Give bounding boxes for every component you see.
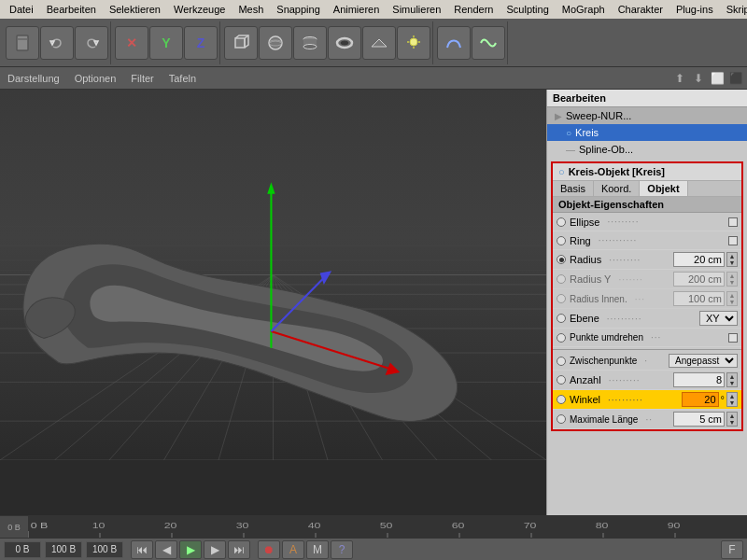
menu-simulieren[interactable]: Simulieren [387,3,446,16]
timeline-ruler[interactable]: 0 B 10 20 30 40 50 60 70 80 90 [28,516,747,538]
ring-radio[interactable] [557,236,566,245]
menu-sculpting[interactable]: Sculpting [501,3,555,16]
ebene-select[interactable]: XY XZ YZ [699,311,738,326]
toolbar-undo-btn[interactable] [40,26,74,60]
winkel-spinner[interactable]: ▲ ▼ [726,392,738,407]
tab-basis[interactable]: Basis [553,181,594,196]
toolbar-plane-btn[interactable] [362,26,396,60]
radius-innen-spinner-down[interactable]: ▼ [727,299,737,305]
radius-input[interactable] [673,252,725,267]
tree-item-spline[interactable]: — Spline-Ob... [547,141,747,158]
tab-koord[interactable]: Koord. [594,181,640,196]
menu-selektieren[interactable]: Selektieren [104,3,166,16]
radius-radio[interactable] [557,255,566,264]
toolbar-nurbs-btn[interactable] [472,26,505,60]
ellipse-checkbox[interactable] [728,217,738,227]
play-btn[interactable]: ▶ [179,540,202,559]
menu-skript[interactable]: Skript [721,3,747,16]
toolbar-new-btn[interactable] [6,26,39,60]
max-laenge-input[interactable] [673,412,725,427]
toolbar-redo-btn[interactable] [75,26,108,60]
radius-innen-radio[interactable] [557,294,566,303]
menu-werkzeuge[interactable]: Werkzeuge [168,3,231,16]
ellipse-radio[interactable] [557,217,566,227]
winkel-input[interactable] [682,392,719,407]
toolbar-sphere-btn[interactable] [259,26,292,60]
anzahl-spinner-down[interactable]: ▼ [727,380,737,386]
winkel-spinner-down[interactable]: ▼ [727,399,737,406]
anzahl-radio[interactable] [557,375,566,385]
menu-animieren[interactable]: Animieren [328,3,386,16]
max-laenge-radio[interactable] [557,414,566,424]
menu-rendern[interactable]: Rendern [448,3,499,16]
motion-btn[interactable]: M [306,540,329,559]
radius-y-spinner-down[interactable]: ▼ [727,279,737,286]
radius-y-spinner[interactable]: ▲ ▼ [726,272,738,287]
viewport[interactable] [0,90,546,515]
toolbar2-icon-1[interactable]: ⬆ [672,71,687,86]
tab-objekt[interactable]: Objekt [640,181,687,196]
punkte-radio[interactable] [557,333,566,343]
jump-end-btn[interactable]: ⏭ [228,540,250,559]
prev-frame-btn[interactable]: ◀ [155,540,177,559]
record-btn[interactable]: ⏺ [258,540,280,559]
radius-spinner-up[interactable]: ▲ [727,253,737,259]
props-row-punkte: Punkte umdrehen ··· [553,329,741,347]
toolbar-spline-btn[interactable] [437,26,471,60]
menu-charakter[interactable]: Charakter [613,3,669,16]
tree-item-sweep[interactable]: ▶ Sweep-NUR... [547,107,747,124]
menu-mograph[interactable]: MoGraph [557,3,611,16]
toolbar-light-btn[interactable] [397,26,430,60]
max-laenge-spinner-up[interactable]: ▲ [727,413,737,419]
frame-current-input[interactable] [45,541,82,558]
radius-innen-spinner-up[interactable]: ▲ [727,292,737,299]
menu-mesh[interactable]: Mesh [233,3,269,16]
anzahl-input[interactable] [673,372,725,387]
radius-y-input[interactable] [673,272,725,287]
toolbar2-tafeln[interactable]: Tafeln [165,72,200,85]
timeline[interactable]: 0 B 0 B 10 20 30 40 50 60 70 80 90 [0,515,747,538]
menu-bearbeiten[interactable]: Bearbeiten [41,3,102,16]
radius-y-radio[interactable] [557,274,566,284]
ebene-radio[interactable] [557,314,566,323]
punkte-checkbox[interactable] [728,333,738,343]
toolbar2-icon-4[interactable]: ⬛ [728,71,743,86]
max-laenge-spinner[interactable]: ▲ ▼ [726,412,738,427]
anzahl-spinner-up[interactable]: ▲ [727,373,737,380]
toolbar-torus-btn[interactable] [328,26,361,60]
radius-spinner-down[interactable]: ▼ [727,259,737,266]
toolbar2-filter[interactable]: Filter [127,72,157,85]
extra-btn-f[interactable]: F [721,540,743,559]
winkel-spinner-up[interactable]: ▲ [727,393,737,399]
radius-innen-spinner[interactable]: ▲ ▼ [726,291,738,306]
zwischen-select[interactable]: Angepasst [669,354,738,368]
jump-start-btn[interactable]: ⏮ [131,540,153,559]
frame-end-input[interactable] [86,541,123,558]
frame-start-input[interactable] [4,541,41,558]
winkel-radio[interactable] [557,395,566,404]
auto-key-btn[interactable]: A [282,540,304,559]
next-frame-btn[interactable]: ▶ [204,540,226,559]
max-laenge-spinner-down[interactable]: ▼ [727,419,737,426]
radius-spinner[interactable]: ▲ ▼ [726,252,738,267]
toolbar-y-axis[interactable]: Y [149,26,183,60]
toolbar2-icon-2[interactable]: ⬇ [691,71,706,86]
anzahl-spinner[interactable]: ▲ ▼ [726,372,738,387]
radius-innen-input[interactable] [673,291,725,306]
toolbar-cylinder-btn[interactable] [293,26,327,60]
toolbar-x-axis[interactable]: ✕ [115,26,148,60]
ring-checkbox[interactable] [728,236,738,245]
radius-y-spinner-up[interactable]: ▲ [727,273,737,279]
main-toolbar: ✕ Y Z [0,19,747,67]
menu-plugins[interactable]: Plug-ins [670,3,719,16]
toolbar2-icon-3[interactable]: ⬜ [710,71,725,86]
toolbar2-darstellung[interactable]: Darstellung [4,72,63,85]
toolbar2-optionen[interactable]: Optionen [71,72,120,85]
menu-datei[interactable]: Datei [4,3,39,16]
menu-snapping[interactable]: Snapping [271,3,326,16]
zwischen-radio[interactable] [557,357,566,366]
help-btn[interactable]: ? [331,540,353,559]
toolbar-z-axis[interactable]: Z [184,26,218,60]
toolbar-cube-btn[interactable] [224,26,258,60]
tree-item-kreis[interactable]: ○ Kreis [547,124,747,141]
